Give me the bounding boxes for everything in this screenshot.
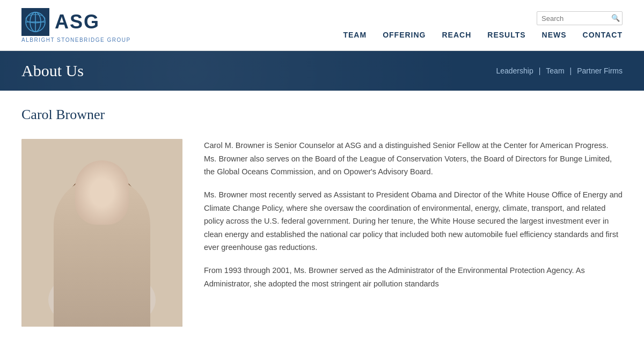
search-box[interactable]: 🔍 [537, 11, 623, 25]
main-content: Carol Browner [0, 91, 644, 343]
svg-point-13 [69, 174, 135, 222]
svg-point-12 [72, 198, 131, 262]
breadcrumb: Leadership | Team | Partner Firms [496, 67, 623, 75]
svg-point-18 [48, 268, 156, 327]
breadcrumb-team[interactable]: Team [546, 67, 564, 75]
nav-item-team[interactable]: TEAM [343, 31, 367, 39]
logo-subtitle: ALBRIGHT STONEBRIDGE GROUP [21, 37, 131, 43]
bio-paragraph-3: From 1993 through 2001, Ms. Browner serv… [204, 264, 623, 290]
svg-point-14 [89, 223, 96, 227]
breadcrumb-leadership[interactable]: Leadership [496, 67, 533, 75]
logo-text: ASG [55, 11, 100, 33]
about-us-banner: About Us Leadership | Team | Partner Fir… [0, 51, 644, 91]
logo-area: ASG ALBRIGHT STONEBRIDGE GROUP [21, 8, 131, 43]
svg-point-8 [67, 185, 137, 265]
bio-area: Carol M. Browner is Senior Counselor at … [204, 139, 623, 300]
nav-item-contact[interactable]: CONTACT [583, 31, 623, 39]
header: ASG ALBRIGHT STONEBRIDGE GROUP 🔍 TEAM OF… [0, 0, 644, 51]
page-title: About Us [21, 62, 84, 80]
logo-box[interactable]: ASG [21, 8, 100, 36]
person-photo-svg [21, 139, 182, 327]
svg-rect-11 [117, 214, 138, 300]
svg-rect-17 [94, 257, 110, 278]
nav-item-offering[interactable]: OFFERING [383, 31, 426, 39]
main-nav: TEAM OFFERING REACH RESULTS NEWS CONTACT [343, 31, 623, 39]
person-photo [21, 139, 182, 327]
person-layout: Carol M. Browner is Senior Counselor at … [21, 139, 623, 327]
svg-point-9 [65, 182, 138, 246]
search-input[interactable] [541, 14, 611, 23]
asg-logo-icon [21, 8, 49, 36]
nav-search-area: 🔍 TEAM OFFERING REACH RESULTS NEWS CONTA… [343, 11, 623, 39]
bio-paragraph-2: Ms. Browner most recently served as Assi… [204, 188, 623, 254]
bio-paragraph-1: Carol M. Browner is Senior Counselor at … [204, 139, 623, 179]
svg-rect-6 [21, 139, 182, 327]
nav-item-results[interactable]: RESULTS [487, 31, 525, 39]
breadcrumb-separator-1: | [539, 67, 541, 75]
search-icon: 🔍 [611, 14, 620, 23]
breadcrumb-separator-2: | [570, 67, 572, 75]
svg-point-15 [108, 223, 115, 227]
svg-point-7 [43, 311, 161, 327]
breadcrumb-partner-firms[interactable]: Partner Firms [577, 67, 623, 75]
person-name: Carol Browner [21, 107, 623, 123]
svg-point-16 [100, 232, 104, 237]
photo-area [21, 139, 182, 327]
nav-item-news[interactable]: NEWS [542, 31, 567, 39]
nav-item-reach[interactable]: REACH [442, 31, 472, 39]
svg-rect-10 [65, 214, 87, 300]
